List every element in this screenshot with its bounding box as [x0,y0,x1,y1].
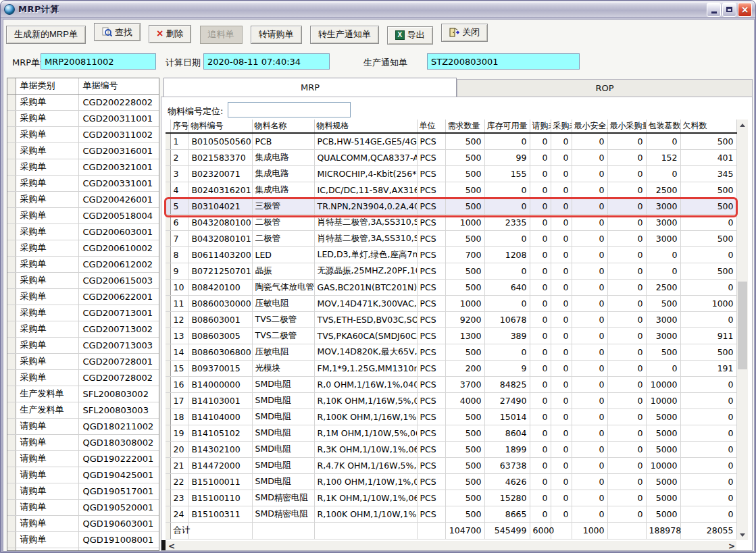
calc-date-input[interactable] [203,53,330,70]
cell: PCS [417,490,445,506]
document-row[interactable]: 生产发料单SFL200803003 [7,402,159,418]
material-row[interactable]: 10B08420100陶瓷气体放电管GAS,BC201N(BTC201N),DP… [166,279,736,295]
material-row[interactable]: 4B0240316201集成电路IC,DC/DC,11-58V,AX3162EP… [166,182,736,198]
document-row[interactable]: 采购单CGD200311001 [7,110,159,126]
tab-rop[interactable]: ROP [457,79,753,97]
column-header[interactable]: 请购未交 [530,120,551,133]
material-row[interactable]: 14B0860306800压敏电阻MOV,14D820K,最大65V,DIPPC… [166,344,736,360]
material-row[interactable]: 15B09370015光模块FM,1*9,1.25G,MM1310nm,2PCS… [166,360,736,376]
material-row[interactable]: 16B14000000SMD电阻R,0 OHM,1/16W,1%,0402PCS… [166,376,736,392]
document-row[interactable]: 采购单CGD200228002 [7,94,159,110]
column-header[interactable]: 需求数量 [445,120,484,133]
document-row[interactable]: 请购单QGD190603001 [7,515,159,531]
material-row[interactable]: 18B14104000SMD电阻R,100K OHM,1/16W,1%,04PC… [166,409,736,425]
document-row[interactable]: 请购单QGD180211002 [7,418,159,434]
column-header[interactable]: 单位 [417,120,445,133]
column-header[interactable]: 物料规格 [314,120,417,133]
material-row[interactable]: 11B0860030000压敏电阻MOV,14D471K,300VAC,DIPP… [166,295,736,311]
document-row[interactable]: 请购单QGD190425001 [7,467,159,483]
document-row[interactable]: 生产发料单SFL200803002 [7,386,159,402]
document-row[interactable]: 请购单QGD190520001 [7,499,159,515]
cell: 0 [572,327,607,344]
cell: 0 [530,279,551,295]
column-header[interactable]: 最小安全库存 [572,120,607,133]
column-header[interactable]: 采购未交 [551,120,572,133]
close-button[interactable]: × [738,3,752,17]
to-purchase-request-button[interactable]: 转请购单 [251,26,302,44]
material-row[interactable]: 21B14472000SMD电阻R,4.7K OHM,1/16W,5%,040P… [166,457,736,473]
document-row[interactable]: 采购单CGD200713003 [7,337,159,353]
document-row[interactable]: 请购单QGD190222001 [7,450,159,467]
material-row[interactable]: 3B02320071集成电路MICROCHIP,4-Kbit(256*16PCS… [166,165,736,182]
material-row[interactable]: 17B14103001SMD电阻R,10K OHM,1/16W,5%,040PC… [166,392,736,409]
cell: B0611403200 [188,246,252,263]
document-row[interactable]: 采购单CGD200603001 [7,223,159,240]
material-row[interactable]: 6B0432080100二极管肖特基二极管,3A,SS310,SMPCS1000… [166,214,736,230]
column-header[interactable]: 欠料数 [680,120,736,133]
column-header[interactable]: 包装基数 [646,120,680,133]
to-production-notice-button[interactable]: 转生产通知单 [310,26,379,44]
mrp-no-input[interactable] [41,53,156,70]
cell: 0 [607,230,646,246]
material-row[interactable]: 9B0721250701晶振无源晶振,25MHZ,20PF,10PPCS5000… [166,263,736,279]
document-row[interactable]: 采购单CGD200426001 [7,191,159,207]
doc-type-header[interactable]: 单据类别 [16,78,78,94]
document-row[interactable]: 采购单CGD200728002 [7,369,159,386]
column-header[interactable]: 物料编号 [188,120,252,133]
material-row[interactable]: 8B0611403200LEDLED,D3,单灯,绿色,座高7mmPCS7001… [166,246,736,263]
material-row[interactable]: 5B03104021三极管TR.NPN,2N3904,0.2A,40V,PCS5… [166,198,736,214]
scroll-up-button[interactable] [737,120,748,130]
scroll-left-button[interactable]: < [167,541,176,551]
scroll-down-button[interactable] [737,529,748,540]
column-header[interactable]: 物料名称 [252,120,314,133]
titlebar[interactable]: MRP计算 × [1,1,755,18]
column-header[interactable]: 序号 [170,120,188,133]
document-row[interactable]: 采购单CGD200622001 [7,288,159,305]
document-row[interactable]: 采购单CGD200713002 [7,321,159,337]
cell: 4000 [445,392,484,409]
document-row[interactable]: 采购单CGD200331001 [7,175,159,191]
document-row[interactable]: 请购单QGD180308002 [7,434,159,450]
export-button[interactable]: X导出 [387,26,433,45]
close-form-button[interactable]: 关闭 [441,24,488,42]
material-row[interactable]: 2B021583370集成电路QUALCOMM,QCA8337-AL3PCS50… [166,149,736,165]
document-row[interactable]: 请购单QGD191008001 [7,531,159,548]
chase-order-button[interactable]: 追料单 [200,26,243,44]
material-row[interactable]: 24B15100311SMD精密电阻R,100K OHM,1/10W,1%,06… [166,506,736,522]
document-row[interactable]: 采购单CGD200615003 [7,272,159,288]
document-row[interactable]: 采购单CGD200612002 [7,256,159,272]
horizontal-scrollbar[interactable]: < > [166,541,736,551]
prod-notice-input[interactable] [427,53,580,70]
document-row[interactable]: 采购单CGD200518004 [7,207,159,223]
scroll-right-button[interactable]: > [727,541,736,551]
material-row[interactable]: 12B08603001TVS二极管TVS,ETH-ESD,BV03C,SODPC… [166,311,736,327]
material-row[interactable]: 19B14105102SMD电阻R,1M OHM,1/10W,5%,0603PC… [166,425,736,441]
vertical-scrollbar-thumb[interactable] [738,282,747,369]
new-mrp-button[interactable]: 生成新的MRP单 [6,26,86,44]
material-row[interactable]: 23B15100110SMD精密电阻R,1K OHM,1/10W,1%,0603… [166,490,736,506]
vertical-scrollbar[interactable] [737,120,748,540]
material-locator-input[interactable] [228,102,351,117]
document-row[interactable]: 采购单CGD200728001 [7,353,159,369]
cell: 500 [680,133,736,149]
material-row[interactable]: 7B0432080101二极管肖特基二极管,3A,SS310,SMPCS5000… [166,230,736,246]
document-row[interactable]: 采购单CGD200321001 [7,159,159,175]
material-row[interactable]: 22B15100011SMD电阻R,100 OHM,1/10W,1%,060PC… [166,473,736,490]
material-row[interactable]: 1B0105050560PCBPCB,HW-514GE,GE5/4GE1PCS5… [166,133,736,149]
minimize-button[interactable] [707,3,721,17]
find-button[interactable]: 查找 [94,23,141,41]
document-row[interactable]: 采购单CGD200713001 [7,305,159,321]
delete-button[interactable]: ×删除 [149,25,191,43]
column-header[interactable]: 库存可用量 [484,120,530,133]
material-row[interactable]: 13B08603005TVS二极管TVS,PKA60CA(SMDJ60CA)PC… [166,327,736,344]
column-header[interactable]: 最小采购量 [607,120,646,133]
document-row[interactable] [7,548,159,551]
document-row[interactable]: 请购单QGD190517001 [7,483,159,499]
material-row[interactable]: 20B14302100SMD电阻R,3K OHM,1/10W,1%,0603PC… [166,441,736,457]
doc-no-header[interactable]: 单据编号 [78,78,159,94]
tab-mrp[interactable]: MRP [163,78,457,97]
document-row[interactable]: 采购单CGD200610002 [7,240,159,256]
maximize-button[interactable] [722,3,736,17]
document-row[interactable]: 采购单CGD200316001 [7,142,159,159]
document-row[interactable]: 采购单CGD200311002 [7,126,159,142]
